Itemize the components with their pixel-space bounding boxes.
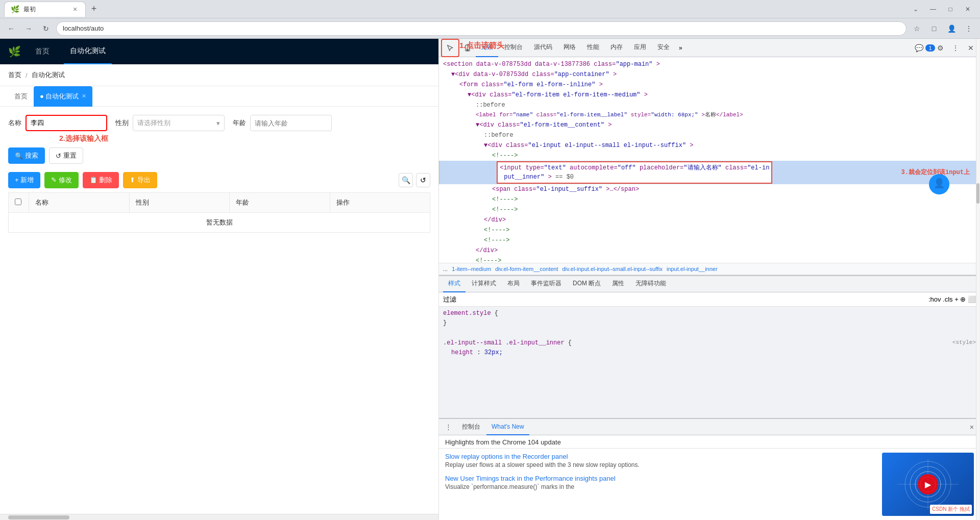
dt-tab-more[interactable]: » — [676, 39, 685, 57]
back-button[interactable]: ← — [4, 21, 18, 36]
dom-tree: <section data-v-078753dd data-v-13877386… — [439, 57, 980, 263]
app-tab-close-icon[interactable]: ✕ — [82, 93, 86, 100]
dt-bc-item-4[interactable]: input.el-input__inner — [667, 266, 718, 272]
edit-button[interactable]: ✎ 修改 — [44, 172, 79, 188]
dom-line[interactable]: <!----> — [439, 151, 980, 161]
dt-bc-item-2[interactable]: div.el-form-item__content — [495, 266, 558, 272]
dt-tab-sources[interactable]: 源代码 — [529, 39, 557, 57]
down-arrow-button[interactable]: ⌄ — [908, 2, 924, 16]
dt-lower-tab-properties[interactable]: 属性 — [607, 276, 629, 292]
select-all-checkbox[interactable] — [15, 199, 21, 205]
gender-select[interactable]: 请选择性别 ▾ — [133, 115, 225, 131]
dt-lower-tab-event-listeners[interactable]: 事件监听器 — [526, 276, 567, 292]
device-toolbar-button[interactable] — [460, 41, 475, 55]
dt-breadcrumb: ... 1-item--medium div.el-form-item__con… — [439, 263, 980, 275]
notification-button[interactable]: 💬 1 — [918, 41, 932, 55]
dt-tab-security[interactable]: 安全 — [652, 39, 675, 57]
wn-tab-console[interactable]: 控制台 — [457, 419, 485, 435]
dom-line[interactable]: <!----> — [439, 194, 980, 205]
reload-button[interactable]: ↻ — [39, 21, 53, 36]
nav-item-autotest[interactable]: 自动化测试 — [64, 39, 112, 64]
wn-dots-icon[interactable]: ⋮ — [443, 423, 454, 431]
dt-tab-application[interactable]: 应用 — [629, 39, 651, 57]
dom-line[interactable]: <span class="el-input__suffix" >…</span> — [439, 184, 980, 194]
dt-tab-memory[interactable]: 内存 — [605, 39, 628, 57]
profile-button[interactable]: 👤 — [944, 21, 959, 36]
wn-article-desc-1: Replay user flows at a slower speed with… — [445, 461, 876, 468]
main-layout: 🌿 首页 自动化测试 首页 / 自动化测试 首页 ● 自动化测试 ✕ 名称 — [0, 39, 980, 520]
maximize-button[interactable]: □ — [942, 2, 959, 16]
dom-line[interactable]: <!----> — [439, 225, 980, 235]
dom-line[interactable]: <!----> — [439, 256, 980, 263]
minimize-button[interactable]: — — [925, 2, 941, 16]
new-tab-button[interactable]: + — [87, 2, 101, 16]
breadcrumb: 首页 / 自动化测试 — [0, 64, 438, 86]
forward-button[interactable]: → — [21, 21, 36, 36]
age-input[interactable] — [250, 115, 332, 131]
dom-line[interactable]: <!----> — [439, 235, 980, 245]
devtools-toolbar: 元素 控制台 源代码 网络 性能 内存 应用 安全 » 💬 1 ⚙ ⋮ ✕ — [439, 39, 980, 57]
dom-line[interactable]: ▼<div class="el-form-item el-form-item--… — [439, 90, 980, 100]
play-button-icon[interactable]: ▶ — [918, 474, 938, 494]
wn-close-button[interactable]: × — [968, 423, 976, 431]
address-bar[interactable]: localhost/auto — [56, 21, 906, 36]
filter-input[interactable] — [460, 296, 924, 303]
tab-title: 最初 — [23, 5, 36, 14]
dom-line[interactable]: ▼<div class="el-form-item__content" > — [439, 120, 980, 130]
dt-bc-item-1[interactable]: 1-item--medium — [452, 266, 491, 272]
dom-line[interactable]: </div> — [439, 245, 980, 256]
app-tab-nav: 首页 ● 自动化测试 ✕ — [0, 86, 438, 107]
delete-button[interactable]: 📋 删除 — [83, 172, 119, 188]
dom-line[interactable]: ▼<div data-v-078753dd class="app-contain… — [439, 69, 980, 80]
dom-line[interactable]: </div> — [439, 215, 980, 225]
export-button[interactable]: ⬆ 导出 — [123, 172, 157, 188]
settings-button[interactable]: ⚙ — [933, 41, 947, 55]
dt-tab-network[interactable]: 网络 — [558, 39, 581, 57]
app-tab-home[interactable]: 首页 — [8, 86, 34, 107]
dt-tab-console[interactable]: 控制台 — [499, 39, 528, 57]
dt-tab-elements[interactable]: 元素 — [476, 39, 498, 57]
reset-icon: ↺ — [56, 152, 61, 160]
dt-tab-performance[interactable]: 性能 — [582, 39, 604, 57]
breadcrumb-home[interactable]: 首页 — [8, 70, 21, 80]
dom-line[interactable]: <!----> — [439, 205, 980, 215]
more-button[interactable]: ⋮ — [962, 21, 976, 36]
bottom-scrollbar[interactable] — [0, 514, 438, 520]
dom-line[interactable]: ::before — [439, 100, 980, 110]
name-input[interactable] — [26, 115, 107, 131]
dt-lower-tab-dom-breakpoints[interactable]: DOM 断点 — [568, 276, 606, 292]
dom-line[interactable]: ▼<div class="el-input el-input--small el… — [439, 140, 980, 151]
breadcrumb-autotest: 自动化测试 — [32, 70, 65, 80]
inspect-element-button[interactable] — [443, 41, 457, 55]
dt-lower-tab-accessibility[interactable]: 无障碍功能 — [630, 276, 671, 292]
filter-label: 过滤 — [443, 295, 456, 304]
bookmark-button[interactable]: ☆ — [910, 21, 924, 36]
reset-button[interactable]: ↺ 重置 — [49, 147, 83, 164]
breadcrumb-separator: / — [26, 71, 28, 79]
address-text: localhost/auto — [63, 24, 104, 32]
search-button[interactable]: 🔍 搜索 — [8, 147, 45, 164]
dom-line[interactable]: <form class="el-form el-form--inline" > — [439, 80, 980, 90]
nav-item-home[interactable]: 首页 — [29, 39, 56, 64]
dom-line[interactable]: <section data-v-078753dd data-v-13877386… — [439, 59, 980, 69]
dt-lower-tab-layout[interactable]: 布局 — [502, 276, 525, 292]
wn-article-title-2[interactable]: New User Timings track in the Performanc… — [445, 475, 876, 482]
browser-tab[interactable]: 🌿 最初 × — [4, 2, 86, 17]
wn-article-title-1[interactable]: Slow replay options in the Recorder pane… — [445, 453, 876, 460]
add-button[interactable]: + 新增 — [8, 172, 40, 188]
tab-close-button[interactable]: × — [71, 5, 79, 13]
dom-line[interactable]: ::before — [439, 130, 980, 140]
extensions-button[interactable]: □ — [927, 21, 941, 36]
dom-input-line[interactable]: <input type="text" autocomplete="off" pl… — [439, 161, 980, 184]
app-tab-autotest[interactable]: ● 自动化测试 ✕ — [34, 86, 92, 107]
more-devtools-button[interactable]: ⋮ — [948, 41, 963, 55]
dt-lower-tab-styles[interactable]: 样式 — [443, 276, 465, 292]
dt-lower-tab-computed[interactable]: 计算样式 — [467, 276, 501, 292]
search-table-button[interactable]: 🔍 — [399, 173, 413, 187]
window-close-button[interactable]: ✕ — [960, 2, 976, 16]
wn-tab-whatsnew[interactable]: What's New — [486, 419, 529, 435]
dom-line[interactable]: <label for="name" class="el-form-item__l… — [439, 110, 980, 120]
refresh-table-button[interactable]: ↺ — [416, 173, 430, 187]
right-side-scrollbar[interactable] — [976, 39, 980, 520]
dt-bc-item-3[interactable]: div.el-input.el-input--small.el-input--s… — [562, 266, 662, 272]
